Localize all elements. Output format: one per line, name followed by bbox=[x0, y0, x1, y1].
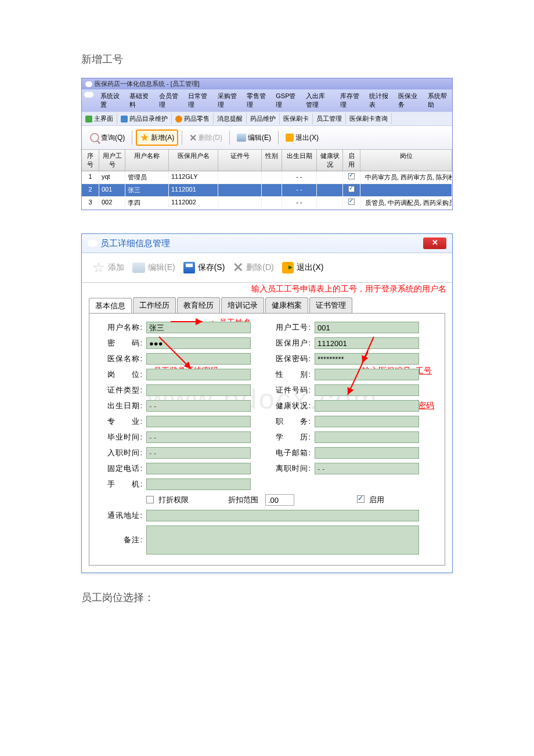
menu-member[interactable]: 会员管理 bbox=[154, 91, 183, 110]
col-uname[interactable]: 用户名称 bbox=[125, 150, 169, 171]
menu-retail[interactable]: 零售管理 bbox=[242, 91, 271, 110]
grid-row[interactable]: 1 yqt 管理员 1112GLY - - 中药审方员, 西药审方员, 陈列检查… bbox=[82, 171, 452, 184]
subtab-emp[interactable]: 员工管理 bbox=[313, 113, 346, 124]
employee-grid: 序号 用户工号 用户名称 医保用户名 证件号 性别 出生日期 健康状况 启用 岗… bbox=[82, 150, 452, 210]
window-title: 医保药店一体化信息系统 - [员工管理] bbox=[95, 80, 200, 88]
leave-input[interactable]: - - bbox=[315, 463, 419, 474]
col-yb[interactable]: 医保用户名 bbox=[169, 150, 218, 171]
col-health[interactable]: 健康状况 bbox=[317, 150, 343, 171]
add-button[interactable]: ☆添加 bbox=[90, 258, 127, 278]
major-input[interactable] bbox=[146, 416, 251, 427]
exit-icon bbox=[286, 134, 294, 142]
col-enable[interactable]: 启用 bbox=[343, 150, 360, 171]
col-cert[interactable]: 证件号 bbox=[218, 150, 262, 171]
checkbox-icon[interactable] bbox=[348, 173, 355, 179]
subtab-msg[interactable]: 消息提醒 bbox=[214, 113, 247, 124]
duty-input[interactable] bbox=[315, 416, 419, 427]
birth-input[interactable]: - - bbox=[146, 400, 251, 412]
sex-input[interactable] bbox=[315, 369, 419, 380]
save-button[interactable]: 保存(S) bbox=[181, 260, 228, 275]
ybp-input[interactable]: ********* bbox=[315, 353, 419, 365]
tab-train[interactable]: 培训记录 bbox=[221, 297, 264, 313]
addr-input[interactable] bbox=[146, 510, 419, 521]
main-window: 医保药店一体化信息系统 - [员工管理] 系统设置 基础资料 会员管理 日常管理… bbox=[81, 78, 453, 210]
exit-button[interactable]: 退出(X) bbox=[282, 132, 322, 144]
subtab-yb-query[interactable]: 医保刷卡查询 bbox=[346, 113, 392, 124]
menu-gsp[interactable]: GSP管理 bbox=[271, 91, 301, 110]
list-icon bbox=[121, 116, 128, 123]
checkbox-icon[interactable] bbox=[348, 199, 355, 205]
subtab-drug-maint[interactable]: 药品维护 bbox=[247, 113, 280, 124]
remark-input[interactable] bbox=[146, 525, 419, 555]
discount-range-input[interactable]: .00 bbox=[265, 494, 294, 506]
health-label: 健康状况: bbox=[268, 401, 315, 411]
col-sex[interactable]: 性别 bbox=[262, 150, 282, 171]
star-icon: ★ bbox=[140, 131, 149, 144]
menu-stock[interactable]: 库存管理 bbox=[335, 91, 365, 110]
menu-report[interactable]: 统计报表 bbox=[365, 91, 394, 110]
pos-input[interactable] bbox=[146, 369, 251, 380]
addr-label: 通讯地址: bbox=[100, 510, 146, 521]
pwd-input[interactable]: ●●● bbox=[146, 337, 251, 349]
col-seq[interactable]: 序号 bbox=[82, 150, 99, 171]
query-button[interactable]: 查询(Q) bbox=[86, 132, 128, 144]
menu-basic[interactable]: 基础资料 bbox=[125, 91, 154, 110]
edu-input[interactable] bbox=[315, 431, 419, 443]
checkbox-icon[interactable] bbox=[348, 186, 355, 192]
grid-row[interactable]: 3 002 李四 1112002 - - 质管员, 中药调配员, 西药采购员, … bbox=[82, 197, 452, 210]
menu-system[interactable]: 系统设置 bbox=[96, 91, 125, 110]
certno-input[interactable] bbox=[315, 384, 419, 396]
uid-input[interactable]: 001 bbox=[315, 322, 419, 333]
edit-button[interactable]: 编辑(E) bbox=[233, 132, 275, 144]
menu-bar: 系统设置 基础资料 会员管理 日常管理 采购管理 零售管理 GSP管理 入出库管… bbox=[82, 89, 452, 111]
tel-input[interactable] bbox=[146, 463, 251, 474]
exit-button[interactable]: 退出(X) bbox=[280, 260, 326, 275]
menu-help[interactable]: 系统帮助 bbox=[423, 91, 452, 110]
enable-checkbox[interactable] bbox=[357, 495, 365, 503]
ybu-input[interactable]: 1112001 bbox=[315, 337, 419, 349]
tab-health[interactable]: 健康档案 bbox=[265, 297, 308, 313]
join-input[interactable]: - - bbox=[146, 447, 251, 459]
annotation-top: 输入员工工号申请表上的工号，用于登录系统的用户名 bbox=[82, 283, 452, 294]
mobile-input[interactable] bbox=[146, 478, 251, 490]
uname-input[interactable]: 张三 bbox=[146, 322, 251, 333]
sex-label: 性 别: bbox=[268, 369, 315, 380]
add-button[interactable]: ★新增(A) bbox=[136, 129, 178, 146]
grad-input[interactable]: - - bbox=[146, 431, 251, 443]
uname-label: 用户名称: bbox=[100, 322, 146, 333]
menu-daily[interactable]: 日常管理 bbox=[183, 91, 212, 110]
tab-basic[interactable]: 基本信息 bbox=[89, 298, 132, 314]
col-uid[interactable]: 用户工号 bbox=[99, 150, 125, 171]
detail-window: 员工详细信息管理 ✕ ☆添加 编辑(E) 保存(S) ✕删除(D) 退出(X) … bbox=[81, 233, 453, 573]
tab-edu[interactable]: 教育经历 bbox=[177, 297, 220, 313]
birth-label: 出生日期: bbox=[100, 401, 146, 411]
close-button[interactable]: ✕ bbox=[423, 237, 446, 249]
health-input[interactable] bbox=[315, 400, 419, 412]
subtab-drug-retail[interactable]: 药品零售 bbox=[172, 113, 214, 124]
tab-work[interactable]: 工作经历 bbox=[133, 297, 176, 313]
grid-row-selected[interactable]: 2 001 张三 1112001 - - bbox=[82, 184, 452, 197]
exit-icon bbox=[282, 262, 294, 273]
menu-inout[interactable]: 入出库管理 bbox=[301, 91, 335, 110]
join-label: 入职时间: bbox=[100, 448, 146, 458]
discount-checkbox[interactable] bbox=[146, 496, 154, 503]
subtab-main[interactable]: 主界面 bbox=[82, 113, 117, 124]
certtype-input[interactable] bbox=[146, 384, 251, 396]
subtab-yb-card[interactable]: 医保刷卡 bbox=[280, 113, 313, 124]
col-role[interactable]: 岗位 bbox=[360, 150, 452, 171]
subtab-drug-dir[interactable]: 药品目录维护 bbox=[117, 113, 172, 124]
app-icon bbox=[88, 240, 97, 247]
menu-purchase[interactable]: 采购管理 bbox=[213, 91, 242, 110]
delete-button[interactable]: ✕删除(D) bbox=[186, 131, 226, 145]
delete-button[interactable]: ✕删除(D) bbox=[230, 258, 276, 277]
email-input[interactable] bbox=[315, 447, 419, 459]
edit-button[interactable]: 编辑(E) bbox=[130, 261, 178, 275]
doc-heading-1: 新增工号 bbox=[81, 52, 453, 66]
tab-cert[interactable]: 证书管理 bbox=[309, 297, 352, 313]
menu-yb[interactable]: 医保业务 bbox=[394, 91, 423, 110]
col-birth[interactable]: 出生日期 bbox=[282, 150, 317, 171]
x-icon: ✕ bbox=[233, 260, 243, 275]
separator bbox=[278, 131, 279, 145]
major-label: 专 业: bbox=[100, 416, 146, 427]
ybn-input[interactable] bbox=[146, 353, 251, 365]
